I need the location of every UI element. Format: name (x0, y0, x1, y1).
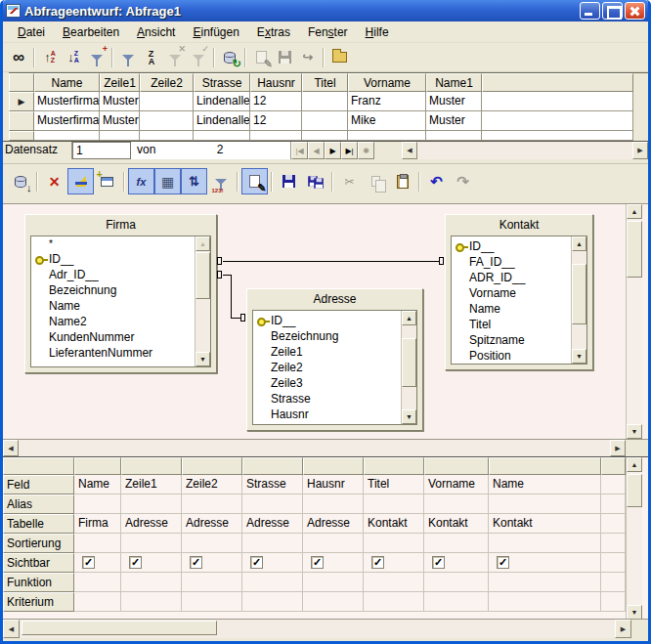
table-window-kontakt[interactable]: Kontakt ID__ FA_ID__ ADR_ID__ Vorname Na… (445, 214, 593, 370)
qbe-cell[interactable] (74, 534, 121, 553)
filter-apply-button[interactable]: ✓ (187, 46, 210, 69)
table-title[interactable]: Firma (25, 215, 216, 235)
qbe-cell[interactable] (182, 592, 242, 612)
cell[interactable]: Lindenalle (194, 92, 250, 111)
maximize-button[interactable] (602, 2, 623, 20)
field-item[interactable]: * (31, 238, 195, 251)
qbe-cell[interactable]: Adresse (303, 514, 364, 534)
cell[interactable] (302, 111, 348, 131)
cell[interactable]: Musterfirma (34, 92, 100, 111)
previous-record-button[interactable]: ◀ (308, 142, 325, 159)
field-item[interactable]: Titel (452, 317, 571, 332)
open-query-button[interactable] (327, 46, 351, 69)
scroll-down-button[interactable]: ▼ (627, 424, 642, 439)
qbe-cell[interactable]: Vorname (424, 475, 489, 494)
join-line-firma-adresse[interactable] (231, 275, 232, 319)
filter-remove-button[interactable]: ✕ (163, 46, 187, 69)
scroll-down-button[interactable]: ▼ (402, 409, 416, 424)
qbe-column-header[interactable] (121, 457, 182, 475)
menu-ansicht[interactable]: Ansicht (128, 23, 184, 41)
scroll-track[interactable] (417, 142, 632, 159)
save-all-button[interactable] (302, 168, 328, 194)
scroll-right-button[interactable]: ▶ (615, 620, 631, 638)
field-list-scrollbar[interactable]: ▲ ▼ (195, 236, 210, 366)
column-header-titel[interactable]: Titel (302, 73, 348, 92)
scroll-left-button[interactable]: ◀ (3, 620, 20, 638)
field-item[interactable]: Bezeichnung (31, 282, 195, 298)
scroll-up-button[interactable]: ▲ (572, 236, 586, 251)
field-item[interactable]: Spitzname (452, 332, 571, 348)
qbe-cell[interactable] (242, 592, 303, 612)
field-item[interactable]: Name2 (31, 314, 195, 329)
select-all-corner[interactable] (9, 73, 34, 92)
save-button[interactable] (276, 168, 302, 194)
sort-ascending-button[interactable]: ↑A Z (38, 46, 62, 69)
qbe-cell[interactable] (74, 573, 121, 592)
join-connector[interactable] (439, 257, 444, 265)
field-item[interactable]: Zeile1 (253, 344, 401, 360)
redo-button[interactable]: ↷ (450, 168, 476, 194)
qbe-column-header[interactable] (303, 457, 364, 475)
show-sort-button[interactable]: ⇅ (181, 168, 207, 194)
qbe-cell[interactable]: Hausnr (303, 475, 364, 494)
cell[interactable]: Lindenalle (194, 111, 250, 131)
qbe-cell[interactable] (364, 494, 424, 514)
column-header-name1[interactable]: Name1 (426, 73, 482, 92)
qbe-cell[interactable] (489, 494, 601, 514)
field-item[interactable]: ID__ (253, 313, 401, 328)
qbe-cell[interactable] (424, 592, 489, 612)
field-item[interactable]: Hausnr (253, 407, 401, 422)
scroll-track[interactable] (20, 620, 615, 638)
cell[interactable]: 12 (250, 111, 302, 131)
show-functions-button[interactable]: fx (128, 168, 154, 194)
menu-extras[interactable]: Extras (248, 23, 299, 41)
join-connector[interactable] (217, 257, 222, 265)
next-record-button[interactable]: ▶ (325, 142, 341, 159)
qbe-cell[interactable] (424, 534, 489, 553)
scroll-left-button[interactable]: ◀ (402, 142, 417, 159)
column-header-zeile2[interactable]: Zeile2 (140, 73, 194, 92)
column-header-vorname[interactable]: Vorname (348, 73, 426, 92)
field-item[interactable]: Name (31, 298, 195, 314)
qbe-cell[interactable] (121, 573, 182, 592)
qbe-cell[interactable] (242, 573, 303, 592)
qbe-cell[interactable] (424, 494, 489, 514)
results-view-button[interactable]: ↓ (7, 168, 33, 194)
qbe-cell[interactable] (489, 573, 601, 592)
scroll-down-button[interactable]: ▼ (572, 349, 586, 364)
field-item[interactable]: Postfach (253, 422, 401, 424)
field-item[interactable]: Zeile3 (253, 375, 401, 391)
scroll-track[interactable] (19, 440, 610, 456)
field-item[interactable]: KundenNummer (31, 329, 195, 345)
sichtbar-checkbox[interactable]: ✓ (250, 556, 263, 569)
join-line-firma-kontakt[interactable] (223, 261, 439, 262)
table-window-firma[interactable]: Firma * ID__ Adr_ID__ Bezeichnung Name N… (24, 214, 217, 373)
qbe-cell[interactable]: Kontakt (424, 514, 489, 534)
qbe-cell[interactable] (364, 592, 424, 612)
copy-button[interactable] (363, 168, 389, 194)
qbe-cell[interactable] (303, 494, 364, 514)
qbe-cell[interactable]: Zeile1 (121, 475, 182, 494)
qbe-column-header[interactable] (424, 457, 489, 475)
qbe-cell[interactable] (121, 592, 182, 612)
scroll-left-button[interactable]: ◀ (3, 440, 19, 456)
qbe-cell[interactable] (424, 573, 489, 592)
qbe-vertical-scrollbar[interactable]: ▲ ▼ (626, 457, 642, 620)
scroll-thumb[interactable] (22, 621, 217, 635)
sichtbar-checkbox[interactable]: ✓ (129, 556, 142, 569)
qbe-cell[interactable] (74, 494, 121, 514)
qbe-cell[interactable]: Name (489, 475, 601, 494)
table-title[interactable]: Adresse (247, 289, 422, 309)
qbe-cell[interactable] (489, 534, 601, 553)
qbe-cell[interactable] (242, 494, 303, 514)
scroll-down-button[interactable]: ▼ (195, 352, 210, 366)
qbe-cell[interactable] (242, 534, 303, 553)
menu-hilfe[interactable]: Hilfe (357, 23, 398, 41)
field-item[interactable]: Bezeichnung (253, 328, 401, 344)
menu-einfuegen[interactable]: Einfügen (184, 23, 247, 41)
cell[interactable]: Musterfirma (34, 111, 100, 131)
cell[interactable]: Franz (348, 92, 426, 111)
cut-button[interactable]: ✂ (336, 168, 363, 194)
sichtbar-checkbox[interactable]: ✓ (82, 556, 95, 569)
scroll-thumb[interactable] (572, 264, 586, 324)
